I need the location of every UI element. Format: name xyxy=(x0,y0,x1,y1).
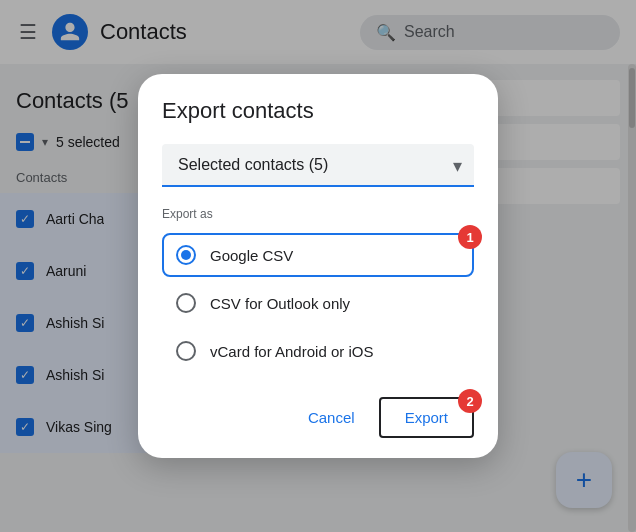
csv-outlook-label: CSV for Outlook only xyxy=(210,295,350,312)
google-csv-radio-button xyxy=(176,245,196,265)
step-1-badge: 1 xyxy=(458,225,482,249)
vcard-option[interactable]: vCard for Android or iOS xyxy=(162,329,474,373)
google-csv-option-wrapper: Google CSV 1 xyxy=(162,233,474,277)
csv-outlook-option[interactable]: CSV for Outlook only xyxy=(162,281,474,325)
radio-dot xyxy=(181,250,191,260)
cancel-button[interactable]: Cancel xyxy=(292,399,371,436)
csv-outlook-radio-button xyxy=(176,293,196,313)
export-btn-wrapper: Export 2 xyxy=(379,397,474,438)
contacts-dropdown-container: Selected contacts (5) ▾ xyxy=(162,144,474,187)
modal-title: Export contacts xyxy=(162,98,474,124)
google-csv-label: Google CSV xyxy=(210,247,293,264)
export-dialog: Export contacts Selected contacts (5) ▾ … xyxy=(138,74,498,458)
step-2-badge: 2 xyxy=(458,389,482,413)
vcard-label: vCard for Android or iOS xyxy=(210,343,373,360)
modal-actions: Cancel Export 2 xyxy=(162,397,474,438)
export-as-label: Export as xyxy=(162,207,474,221)
google-csv-option[interactable]: Google CSV xyxy=(162,233,474,277)
export-format-radio-group: Google CSV 1 CSV for Outlook only vCard … xyxy=(162,233,474,373)
vcard-radio-button xyxy=(176,341,196,361)
modal-overlay: Export contacts Selected contacts (5) ▾ … xyxy=(0,0,636,532)
contacts-dropdown[interactable]: Selected contacts (5) xyxy=(162,144,474,187)
